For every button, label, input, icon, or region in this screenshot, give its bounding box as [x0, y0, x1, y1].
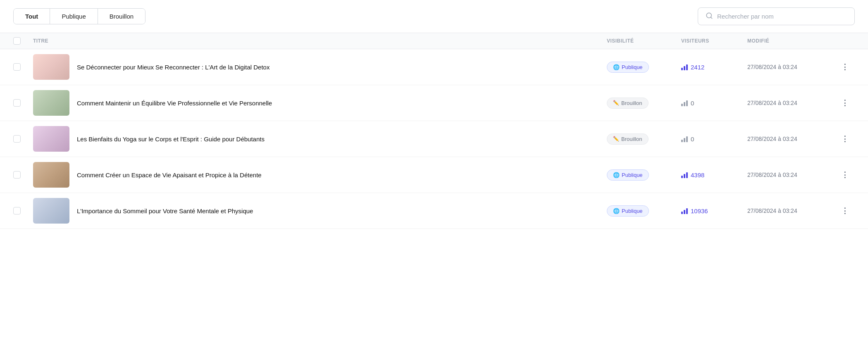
post-thumbnail	[33, 90, 69, 116]
visitors-count: 0	[691, 100, 694, 107]
row-checkbox[interactable]	[13, 171, 21, 179]
modified-cell: 27/08/2024 à 03:24	[747, 64, 838, 70]
row-checkbox[interactable]	[13, 99, 21, 107]
visibility-badge-public: 🌐 Publique	[607, 169, 649, 181]
globe-icon: 🌐	[613, 172, 620, 178]
visitors-cell: 2412	[681, 64, 747, 71]
more-button[interactable]: ⋮	[838, 204, 851, 217]
more-cell[interactable]: ⋮	[838, 168, 855, 181]
badge-label: Brouillon	[621, 136, 642, 142]
tab-tout[interactable]: Tout	[14, 9, 50, 24]
badge-label: Brouillon	[621, 100, 642, 106]
row-checkbox[interactable]	[13, 135, 21, 143]
post-title: Comment Maintenir un Équilibre Vie Profe…	[77, 99, 272, 107]
visitors-cell: 10936	[681, 207, 747, 214]
row-checkbox-cell[interactable]	[13, 99, 33, 107]
row-checkbox-cell[interactable]	[13, 207, 33, 214]
more-button[interactable]: ⋮	[838, 168, 851, 181]
pencil-icon: ✏️	[613, 100, 619, 106]
more-button[interactable]: ⋮	[838, 60, 851, 74]
post-title: L'Importance du Sommeil pour Votre Santé…	[77, 207, 253, 215]
row-checkbox[interactable]	[13, 63, 21, 71]
tab-publique[interactable]: Publique	[50, 9, 98, 24]
visibility-badge-public: 🌐 Publique	[607, 205, 649, 217]
search-input[interactable]	[717, 13, 847, 20]
svg-line-1	[711, 17, 712, 18]
post-thumbnail	[33, 198, 69, 224]
more-button[interactable]: ⋮	[838, 132, 851, 145]
table-header: TITRE VISIBILITÉ VISITEURS MODIFIÉ	[0, 33, 868, 49]
select-all-checkbox[interactable]	[13, 37, 21, 45]
modified-cell: 27/08/2024 à 03:24	[747, 100, 838, 106]
visitors-count: 2412	[691, 64, 704, 71]
table-row: Les Bienfaits du Yoga sur le Corps et l'…	[0, 121, 868, 157]
visibility-badge-public: 🌐 Publique	[607, 62, 649, 73]
modified-cell: 27/08/2024 à 03:24	[747, 172, 838, 178]
pencil-icon: ✏️	[613, 136, 619, 142]
more-cell[interactable]: ⋮	[838, 132, 855, 145]
row-checkbox-cell[interactable]	[13, 63, 33, 71]
table-row: L'Importance du Sommeil pour Votre Santé…	[0, 193, 868, 229]
chart-icon	[681, 64, 688, 70]
col-visibilite: VISIBILITÉ	[607, 38, 681, 44]
row-checkbox[interactable]	[13, 207, 21, 214]
more-button[interactable]: ⋮	[838, 96, 851, 110]
col-visiteurs: VISITEURS	[681, 38, 747, 44]
visibility-cell: ✏️ Brouillon	[607, 98, 681, 109]
col-modifie: MODIFIÉ	[747, 38, 838, 44]
table-row: Se Déconnecter pour Mieux Se Reconnecter…	[0, 49, 868, 85]
badge-label: Publique	[622, 208, 643, 214]
modified-cell: 27/08/2024 à 03:24	[747, 136, 838, 142]
visitors-cell: 0	[681, 100, 747, 107]
filter-tabs: Tout Publique Brouillon	[13, 8, 145, 24]
visitors-cell: 0	[681, 136, 747, 143]
row-checkbox-cell[interactable]	[13, 135, 33, 143]
visibility-cell: 🌐 Publique	[607, 62, 681, 73]
table-row: Comment Maintenir un Équilibre Vie Profe…	[0, 85, 868, 121]
post-title: Se Déconnecter pour Mieux Se Reconnecter…	[77, 63, 269, 71]
visibility-badge-draft: ✏️ Brouillon	[607, 98, 649, 109]
title-cell: L'Importance du Sommeil pour Votre Santé…	[33, 198, 607, 224]
title-cell: Comment Maintenir un Équilibre Vie Profe…	[33, 90, 607, 116]
title-cell: Comment Créer un Espace de Vie Apaisant …	[33, 162, 607, 188]
post-title: Les Bienfaits du Yoga sur le Corps et l'…	[77, 135, 265, 143]
badge-label: Publique	[622, 172, 643, 178]
table-row: Comment Créer un Espace de Vie Apaisant …	[0, 157, 868, 193]
select-all-cell[interactable]	[13, 37, 33, 45]
row-checkbox-cell[interactable]	[13, 171, 33, 179]
visibility-badge-draft: ✏️ Brouillon	[607, 133, 649, 145]
post-thumbnail	[33, 126, 69, 152]
more-cell[interactable]: ⋮	[838, 96, 855, 110]
badge-label: Publique	[622, 64, 643, 70]
globe-icon: 🌐	[613, 64, 620, 70]
post-thumbnail	[33, 162, 69, 188]
more-cell[interactable]: ⋮	[838, 60, 855, 74]
visibility-cell: 🌐 Publique	[607, 205, 681, 217]
visitors-count: 4398	[691, 172, 704, 179]
title-cell: Les Bienfaits du Yoga sur le Corps et l'…	[33, 126, 607, 152]
tab-brouillon[interactable]: Brouillon	[98, 9, 145, 24]
chart-icon	[681, 100, 688, 106]
search-wrapper	[698, 7, 855, 25]
more-cell[interactable]: ⋮	[838, 204, 855, 217]
top-bar: Tout Publique Brouillon	[0, 0, 868, 33]
globe-icon: 🌐	[613, 208, 620, 214]
post-title: Comment Créer un Espace de Vie Apaisant …	[77, 171, 262, 179]
chart-icon	[681, 172, 688, 178]
title-cell: Se Déconnecter pour Mieux Se Reconnecter…	[33, 54, 607, 80]
visibility-cell: 🌐 Publique	[607, 169, 681, 181]
chart-icon	[681, 207, 688, 214]
visitors-cell: 4398	[681, 172, 747, 179]
table-body: Se Déconnecter pour Mieux Se Reconnecter…	[0, 49, 868, 229]
search-icon	[706, 12, 713, 21]
visitors-count: 0	[691, 136, 694, 143]
visibility-cell: ✏️ Brouillon	[607, 133, 681, 145]
col-titre: TITRE	[33, 38, 607, 44]
modified-cell: 27/08/2024 à 03:24	[747, 207, 838, 214]
chart-icon	[681, 136, 688, 142]
post-thumbnail	[33, 54, 69, 80]
visitors-count: 10936	[691, 207, 708, 214]
